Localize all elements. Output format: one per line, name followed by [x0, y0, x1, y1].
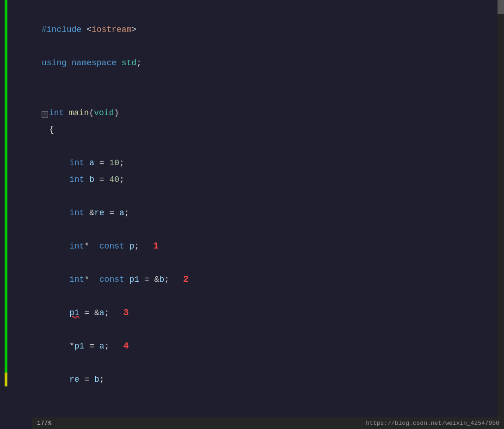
scroll-thumb[interactable]: [498, 0, 504, 14]
keyword-int-b: int: [69, 171, 89, 188]
code-line-blank-3: [42, 88, 495, 105]
annotation-2: 2: [183, 271, 189, 288]
amp-a2: &: [94, 305, 99, 321]
op-assign-p1: =: [144, 271, 154, 288]
keyword-namespace: namespace: [72, 55, 122, 71]
brace-open: {: [49, 121, 54, 138]
var-a: a: [89, 155, 99, 171]
green-change-indicator: [5, 0, 7, 379]
var-b: b: [89, 171, 99, 188]
var-p: p: [129, 238, 135, 255]
amp-re: &: [89, 205, 94, 221]
code-line-blank-7: [42, 255, 495, 271]
include-filename: iostream: [92, 21, 131, 38]
keyword-const-p1: const: [99, 271, 129, 288]
annotation-4: 4: [123, 338, 129, 354]
semi-re: ;: [124, 205, 129, 221]
semi-re-assign: ;: [99, 371, 104, 388]
code-line-brace-open: {: [42, 121, 495, 138]
amp-b: &: [154, 271, 160, 288]
op-assign-re: =: [109, 205, 119, 221]
code-line-deref-p1: *p1 = a;4: [42, 338, 495, 354]
var-p1-decl: p1: [129, 271, 144, 288]
var-a-ref: a: [119, 205, 124, 221]
code-line-int-b: int b = 40;: [42, 171, 495, 188]
op-assign-p1-a: =: [80, 305, 94, 321]
op-assign-re-b: =: [84, 371, 94, 388]
op-assign-a: =: [99, 155, 110, 171]
left-bar: [0, 0, 5, 429]
annotation-1: 1: [153, 238, 159, 255]
num-40: 40: [109, 171, 119, 188]
deref-star: *: [69, 338, 74, 354]
yellow-change-indicator: [5, 373, 7, 386]
code-line-blank-4: [42, 138, 495, 155]
var-b2: b: [94, 371, 99, 388]
blog-url[interactable]: https://blog.csdn.net/weixin_42547950: [366, 420, 499, 427]
paren-close: ): [114, 105, 119, 121]
var-b-addr: b: [159, 271, 164, 288]
code-line-main-declaration: −int main(void): [42, 105, 495, 121]
code-line-blank-6: [42, 221, 495, 238]
semicolon-using: ;: [136, 55, 141, 71]
keyword-int-ptr2: int: [69, 271, 84, 288]
code-line-blank-10: [42, 354, 495, 371]
code-line-const-p1: int* const p1 = &b;2: [42, 271, 495, 288]
code-line-p1-assign: p1 = &a;3: [42, 305, 495, 321]
keyword-int-ref: int: [69, 205, 89, 221]
var-re-assign: re: [69, 371, 84, 388]
code-area: #include <iostream> using namespace std;…: [32, 0, 504, 429]
namespace-std: std: [122, 55, 136, 71]
keyword-int-main: int: [49, 105, 69, 121]
keyword-include: #include: [42, 21, 86, 38]
scroll-indicator[interactable]: ▲: [498, 0, 504, 429]
code-line-blank-8: [42, 288, 495, 305]
var-p1-deref: p1: [74, 338, 89, 354]
gutter: [5, 0, 32, 429]
keyword-int-ptr: int: [69, 238, 84, 255]
var-p1-squiggle: p1: [69, 305, 80, 321]
keyword-int-a: int: [69, 155, 89, 171]
editor-container: #include <iostream> using namespace std;…: [0, 0, 504, 429]
code-line-blank-1: [42, 38, 495, 55]
semi-b: ;: [119, 171, 124, 188]
semi-deref: ;: [104, 338, 110, 354]
code-line-using: using namespace std;: [42, 55, 495, 71]
fold-icon[interactable]: −: [42, 111, 48, 118]
code-line-blank-top: [42, 5, 495, 21]
keyword-void: void: [94, 105, 114, 121]
code-line-ref: int &re = a;: [42, 205, 495, 221]
code-line-blank-5: [42, 188, 495, 205]
op-assign-b: =: [99, 171, 110, 188]
semi-p1: ;: [164, 271, 169, 288]
semi-p1-assign: ;: [104, 305, 110, 321]
code-line-blank-9: [42, 321, 495, 338]
var-a3: a: [99, 338, 104, 354]
op-assign-deref: =: [89, 338, 99, 354]
keyword-const-p: const: [99, 238, 129, 255]
semi-p: ;: [134, 238, 139, 255]
angle-bracket-open: <: [86, 21, 92, 38]
code-line-const-p: int* const p;1: [42, 238, 495, 255]
var-re: re: [94, 205, 109, 221]
status-bar: 177% https://blog.csdn.net/weixin_425479…: [32, 417, 504, 429]
semi-a: ;: [119, 155, 124, 171]
ptr-star2: *: [84, 271, 99, 288]
code-line-blank-11: [42, 388, 495, 404]
num-10: 10: [109, 155, 119, 171]
angle-bracket-close: >: [131, 21, 136, 38]
code-line-int-a: int a = 10;: [42, 155, 495, 171]
zoom-level: 177%: [37, 420, 51, 427]
paren-open: (: [89, 105, 94, 121]
code-line-blank-2: [42, 71, 495, 88]
code-line-include: #include <iostream>: [42, 21, 495, 38]
keyword-using: using: [42, 55, 72, 71]
var-a2: a: [99, 305, 104, 321]
ptr-star: *: [84, 238, 99, 255]
code-line-re-assign: re = b;: [42, 371, 495, 388]
function-name-main: main: [69, 105, 89, 121]
annotation-3: 3: [123, 305, 129, 321]
